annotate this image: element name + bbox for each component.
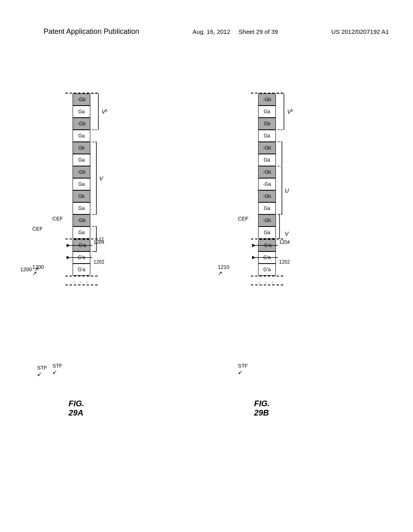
fig29a-brackets-svg: V s V (90, 93, 155, 399)
b-cell-7: Ga (258, 202, 276, 214)
svg-text:s: s (105, 108, 107, 112)
fig29b-brackets-svg: V s U V 1204 1202 (276, 93, 340, 399)
b-cell-15: Ga (258, 106, 276, 118)
svg-text:V: V (99, 175, 104, 182)
svg-text:1204: 1204 (94, 239, 104, 245)
cell-12: Gb (73, 142, 90, 154)
cell-15: Ga (73, 106, 90, 118)
publication-date-sheet: Aug. 16, 2012 Sheet 29 of 39 (192, 28, 278, 35)
fig29a-stf-label: STF ↙ (37, 365, 48, 377)
b-cell-14: Gb (258, 118, 276, 130)
fig29b-stf: STF ↙ (238, 363, 248, 375)
publication-title: Patent Application Publication (44, 27, 139, 36)
page-header: Patent Application Publication Aug. 16, … (44, 27, 389, 36)
fig29a-cell-stack: -Gb Ga -Gb Ga Gb Ga -Gb Ga Gb Ga -Gb Ga (73, 93, 90, 285)
b-cell-5: Ga (258, 227, 276, 239)
cell-6: -Gb (73, 214, 90, 227)
svg-text:1204: 1204 (279, 239, 290, 245)
cell-5: Ga (73, 227, 90, 239)
cell-11: Ga (73, 154, 90, 166)
svg-text:1202: 1202 (279, 259, 290, 265)
cell-7: Ga (73, 202, 90, 214)
fig29a-label: FIG. 29A (69, 399, 84, 418)
b-cell-11: Ga (258, 154, 276, 166)
b-cell-6: -Gb (258, 214, 276, 227)
cell-2: G'a (73, 264, 90, 276)
b-cell-9: -Ga (258, 178, 276, 190)
patent-number: US 2012/0207192 A1 (331, 28, 389, 35)
fig29b-cell-stack: -Gb Ga Gb Ga -Gb Ga -Gb -Ga -Gb Ga -Gb G… (258, 93, 276, 285)
svg-text:s: s (291, 108, 293, 112)
fig29b-cef: CEF (238, 216, 248, 222)
fig29a-stf: STF ↙ (52, 363, 63, 375)
cell-14: -Gb (73, 118, 90, 130)
b-cell-16: -Gb (258, 94, 276, 106)
cell-13: Ga (73, 130, 90, 142)
svg-text:U: U (285, 187, 289, 194)
b-cell-13: Ga (258, 130, 276, 142)
cell-10: -Gb (73, 166, 90, 178)
b-cell-12: -Gb (258, 142, 276, 154)
diagram-area: FIG. 29A STF ↙ CEF 1200 ↗ -Gb Ga -Gb Ga (24, 81, 389, 472)
fig29b-main-ref: 1210 ↗ (218, 264, 234, 276)
b-cell-8: -Gb (258, 190, 276, 202)
fig29a-cef: CEF (52, 216, 63, 222)
cell-8: Gb (73, 190, 90, 202)
cell-16: -Gb (73, 94, 90, 106)
b-cell-2: G'a (258, 264, 276, 276)
cell-9: Ga (73, 178, 90, 190)
fig29a-cef-label: CEF (32, 226, 43, 232)
svg-text:V: V (285, 231, 289, 237)
b-cell-10: -Gb (258, 166, 276, 178)
svg-text:1202: 1202 (94, 259, 104, 265)
fig29a-main-ref: 1200 ↗ (32, 264, 48, 276)
fig29b-label: FIG. 29B (254, 399, 270, 418)
